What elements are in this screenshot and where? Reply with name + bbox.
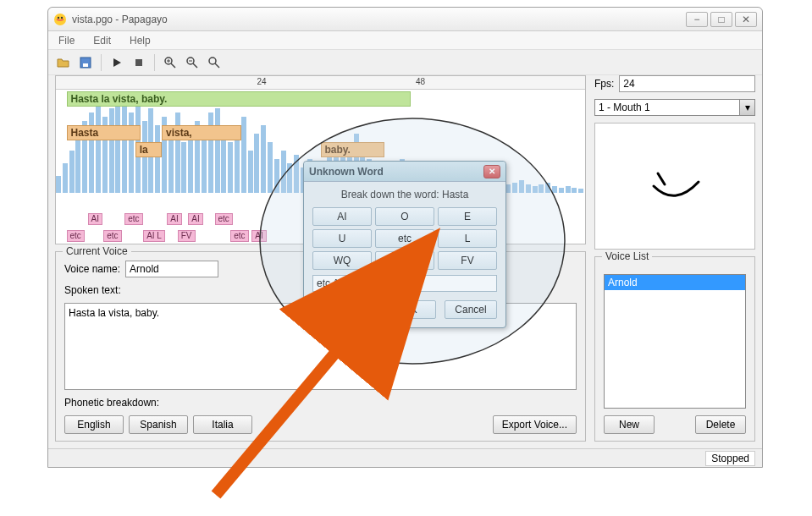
waveform-bar [559,188,564,193]
waveform-bar [268,142,273,193]
phoneme-o-button[interactable]: O [375,207,434,226]
zoom-fit-button[interactable] [206,54,223,71]
list-item[interactable]: Arnold [605,275,745,290]
phoneme-block[interactable]: etc [67,230,85,242]
spoken-text-label: Spoken text: [64,284,121,296]
word-block[interactable]: Hasta [67,125,141,140]
word-block[interactable]: la [135,142,162,157]
svg-line-11 [193,63,197,68]
zoom-in-icon [163,56,177,69]
waveform-bar [552,186,557,193]
phoneme-block[interactable]: etc [124,213,142,225]
export-voice-button[interactable]: Export Voice... [493,415,577,434]
waveform-bar [63,163,68,193]
titlebar: vista.pgo - Papagayo − □ ✕ [48,8,762,31]
phoneme-etc-button[interactable]: etc [375,229,434,248]
group-legend: Current Voice [63,245,131,257]
ruler-mark: 48 [416,77,425,86]
minimize-button[interactable]: − [686,12,708,27]
waveform-bar [533,186,538,193]
sentence-block[interactable]: Hasta la vista, baby. [67,91,411,107]
phoneme-block[interactable]: AI L [143,230,165,242]
phoneme-block[interactable]: etc [215,213,233,225]
mouth-select[interactable]: 1 - Mouth 1 ▾ [594,99,755,116]
menu-file[interactable]: File [55,33,78,48]
zoom-in-button[interactable] [162,54,179,71]
waveform-bar [235,134,240,193]
word-block[interactable]: baby. [321,142,384,157]
delete-voice-button[interactable]: Delete [695,415,746,434]
word-block[interactable]: vista, [162,125,241,140]
phoneme-block[interactable]: FV [178,230,196,242]
dialog-titlebar[interactable]: Unknown Word ✕ [304,162,505,182]
waveform-bar [122,104,127,193]
phoneme-l-button[interactable]: L [438,229,497,248]
waveform-bar [241,117,246,193]
phoneme-fv-button[interactable]: FV [438,251,497,270]
waveform-bar [287,163,292,193]
waveform-bar [155,125,160,193]
status-message: Stopped [705,451,755,466]
phoneme-mbp-button[interactable]: MBP [375,251,434,270]
waveform-bar [115,91,120,193]
breakdown-input[interactable] [312,275,497,292]
dialog-close-button[interactable]: ✕ [483,165,500,178]
phoneme-block[interactable]: AI [251,230,266,242]
phoneme-wq-button[interactable]: WQ [312,251,372,270]
close-button[interactable]: ✕ [735,12,757,27]
voice-list-legend: Voice List [602,250,652,262]
voice-listbox[interactable]: Arnold [604,274,746,409]
voice-list-group: Voice List Arnold New Delete [594,256,755,442]
dialog-cancel-button[interactable]: Cancel [445,300,497,319]
save-button[interactable] [77,54,94,71]
lang-english-button[interactable]: English [64,415,124,434]
open-button[interactable] [55,54,72,71]
waveform-bar [572,188,577,193]
fps-input[interactable] [619,75,755,92]
maximize-button[interactable]: □ [710,12,732,27]
new-voice-button[interactable]: New [604,415,655,434]
svg-rect-5 [135,59,142,66]
waveform-bar [248,151,253,193]
svg-point-13 [209,58,216,64]
stop-button[interactable] [130,54,147,71]
waveform-bar [56,176,61,193]
waveform-bar [294,155,299,193]
phoneme-block[interactable]: etc [103,230,121,242]
lang-spanish-button[interactable]: Spanish [129,415,188,434]
svg-rect-4 [83,63,88,67]
dialog-ok-button[interactable]: OK [384,300,436,319]
waveform-bar [566,186,571,193]
timeline-ruler: 24 48 [56,76,585,90]
menubar: File Edit Help [48,31,762,50]
folder-open-icon [57,56,70,69]
phoneme-u-button[interactable]: U [312,229,372,248]
phoneme-ai-button[interactable]: AI [312,207,372,226]
menu-help[interactable]: Help [126,33,154,48]
phoneme-e-button[interactable]: E [438,207,497,226]
app-icon [53,13,67,26]
dialog-title: Unknown Word [309,166,483,178]
phoneme-block[interactable]: AI [188,213,202,225]
svg-point-0 [54,14,66,25]
waveform-bar [578,189,583,193]
zoom-out-icon [185,56,199,69]
menu-edit[interactable]: Edit [90,33,114,48]
unknown-word-dialog: Unknown Word ✕ Break down the word: Hast… [303,161,506,328]
window-title: vista.pgo - Papagayo [72,14,686,25]
waveform-bar [215,108,220,193]
phoneme-block[interactable]: AI [167,213,181,225]
waveform-bar [254,134,259,193]
zoom-out-button[interactable] [184,54,201,71]
waveform-bar [274,159,279,193]
waveform-bar [519,180,524,193]
chevron-down-icon[interactable]: ▾ [739,100,754,115]
voice-name-input[interactable] [125,261,218,277]
svg-point-1 [58,16,59,18]
waveform-bar [505,184,511,193]
phoneme-block[interactable]: AI [88,213,102,225]
play-button[interactable] [108,54,125,71]
lang-italian-button[interactable]: Italia [193,415,252,434]
waveform-bar [512,183,517,193]
phoneme-block[interactable]: etc [230,230,248,242]
